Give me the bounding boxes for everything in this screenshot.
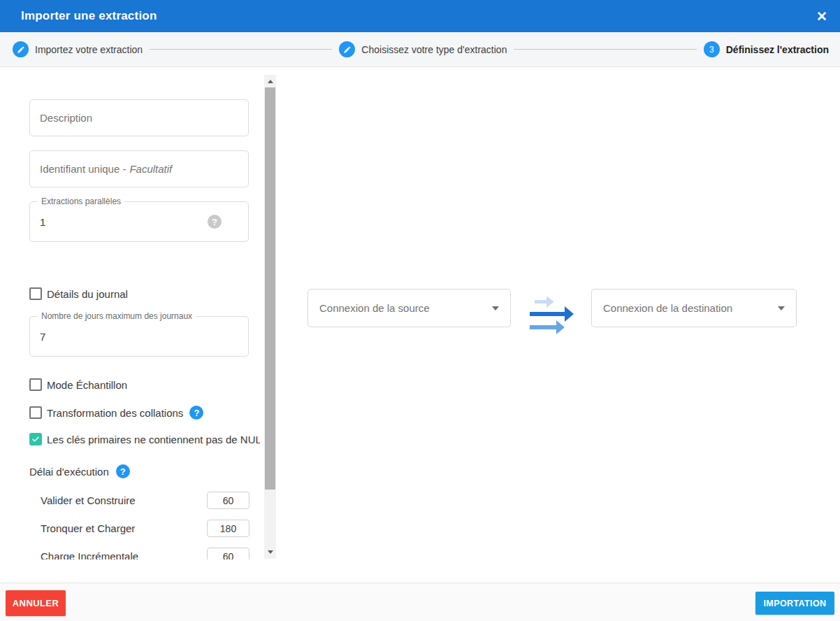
step-2-type[interactable]: Choisissez votre type d'extraction <box>339 41 507 57</box>
data-transfer-arrows-icon <box>529 294 575 337</box>
cancel-button[interactable]: ANNULER <box>6 590 66 616</box>
parallel-extractions-value: 1 <box>40 216 45 228</box>
chevron-down-icon <box>492 306 499 310</box>
scrollbar-thumb[interactable] <box>265 87 275 490</box>
chevron-down-icon <box>778 306 785 310</box>
dialog-header: Importer une extraction ✕ <box>0 0 840 32</box>
timeout-incremental-input[interactable]: 60 <box>207 548 249 559</box>
description-placeholder: Description <box>40 112 92 124</box>
step-3-label: Définissez l'extraction <box>726 44 829 55</box>
checkbox-pk-not-null[interactable]: Les clés primaires ne contiennent pas de… <box>29 433 260 445</box>
source-connection-placeholder: Connexion de la source <box>319 302 430 314</box>
unique-identifier-input[interactable]: Identifiant unique - Facultatif <box>29 150 249 187</box>
destination-connection-placeholder: Connexion de la destination <box>603 302 732 314</box>
scroll-down-arrow-icon[interactable] <box>264 547 276 557</box>
checkbox-unchecked-icon <box>29 406 42 419</box>
destination-connection-select[interactable]: Connexion de la destination <box>591 289 797 327</box>
step-2-label: Choisissez votre type d'extraction <box>361 44 507 55</box>
parallel-extractions-label: Extractions parallèles <box>38 197 124 206</box>
execution-timeout-section: Délai d'exécution ? <box>29 464 130 478</box>
checkbox-unchecked-icon <box>29 287 42 300</box>
timeout-truncate-label: Tronquer et Charger <box>41 520 135 537</box>
checkbox-sample-mode-label: Mode Échantillon <box>47 379 127 391</box>
description-input[interactable]: Description <box>29 99 249 136</box>
timeout-incremental-value: 60 <box>223 551 234 560</box>
pencil-icon <box>13 41 29 57</box>
max-journal-days-value: 7 <box>40 331 45 343</box>
pencil-icon <box>339 41 355 57</box>
step-1-import[interactable]: Importez votre extraction <box>13 41 143 57</box>
timeout-validate-value: 60 <box>223 495 234 506</box>
execution-timeout-label: Délai d'exécution <box>29 466 109 478</box>
dialog-title: Importer une extraction <box>21 9 157 23</box>
close-icon[interactable]: ✕ <box>816 10 827 23</box>
timeout-validate-input[interactable]: 60 <box>207 492 249 509</box>
help-icon[interactable]: ? <box>208 215 222 229</box>
extraction-form-panel: Description Identifiant unique - Faculta… <box>0 67 260 559</box>
step-3-number: 3 <box>704 41 720 57</box>
source-connection-select[interactable]: Connexion de la source <box>307 289 511 327</box>
help-icon[interactable]: ? <box>116 464 130 478</box>
identifier-placeholder: Identifiant unique - <box>40 163 126 175</box>
step-connector <box>150 49 332 50</box>
help-icon[interactable]: ? <box>189 406 203 420</box>
timeout-truncate-input[interactable]: 180 <box>207 520 249 537</box>
checkbox-sample-mode[interactable]: Mode Échantillon <box>29 378 127 391</box>
step-3-define[interactable]: 3 Définissez l'extraction <box>704 41 829 57</box>
checkbox-journal-details-label: Détails du journal <box>47 288 128 300</box>
checkbox-collation-transform[interactable]: Transformation des collations ? <box>29 406 203 420</box>
checkbox-checked-icon <box>29 433 42 445</box>
identifier-placeholder-optional: Facultatif <box>129 163 172 175</box>
checkbox-collation-transform-label: Transformation des collations <box>47 407 183 419</box>
timeout-truncate-value: 180 <box>220 523 236 534</box>
timeout-validate-label: Valider et Construire <box>41 492 136 509</box>
import-button[interactable]: IMPORTATION <box>755 592 834 615</box>
max-journal-days-label: Nombre de jours maximum des journaux <box>38 311 196 321</box>
form-scrollbar[interactable] <box>264 75 276 559</box>
timeout-incremental-label: Charge Incrémentale <box>41 548 138 559</box>
scroll-up-arrow-icon[interactable] <box>264 76 276 86</box>
parallel-extractions-input[interactable]: Extractions parallèles 1 ? <box>29 201 249 242</box>
checkbox-pk-not-null-label: Les clés primaires ne contiennent pas de… <box>47 434 260 445</box>
step-1-label: Importez votre extraction <box>35 44 143 55</box>
stepper: Importez votre extraction Choisissez vot… <box>0 32 840 67</box>
checkbox-journal-details[interactable]: Détails du journal <box>29 287 128 300</box>
max-journal-days-input[interactable]: Nombre de jours maximum des journaux 7 <box>29 316 249 357</box>
dialog-footer: ANNULER IMPORTATION <box>0 583 840 621</box>
step-connector <box>514 49 696 50</box>
checkbox-unchecked-icon <box>29 378 42 391</box>
